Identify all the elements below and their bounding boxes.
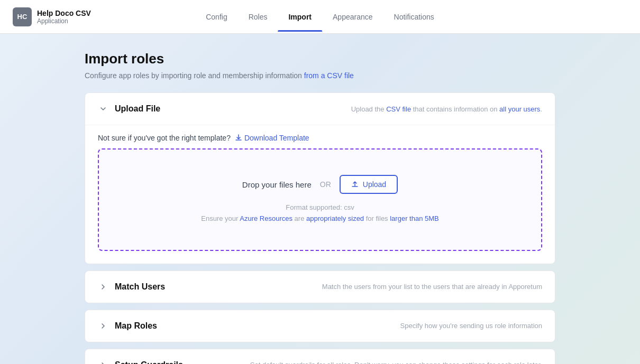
page-title: Import roles <box>85 51 555 67</box>
match-users-description: Match the users from your list to the us… <box>322 283 542 291</box>
download-icon <box>235 134 242 142</box>
nav-appearance[interactable]: Appearance <box>322 2 383 32</box>
match-users-title: Match Users <box>115 282 199 292</box>
app-name: Help Doco CSV <box>37 9 91 17</box>
nav-config[interactable]: Config <box>195 2 237 32</box>
app-subtitle: Application <box>37 17 91 25</box>
upload-icon <box>351 181 359 188</box>
main-nav: Config Roles Import Appearance Notificat… <box>195 2 445 32</box>
sized-highlight: appropriately sized <box>306 214 364 222</box>
template-hint-row: Not sure if you've got the right templat… <box>98 125 542 148</box>
header: HC Help Doco CSV Application Config Role… <box>0 0 640 34</box>
map-roles-section: Map Roles Specify how you're sending us … <box>85 310 555 342</box>
match-users-section: Match Users Match the users from your li… <box>85 270 555 303</box>
upload-button-label: Upload <box>363 180 386 189</box>
chevron-right-icon-2 <box>98 321 108 331</box>
page-subtitle: Configure app roles by importing role an… <box>85 71 555 80</box>
nav-roles[interactable]: Roles <box>238 2 278 32</box>
map-roles-title: Map Roles <box>115 321 199 331</box>
logo-initials: HC <box>17 13 28 21</box>
format-line2: Ensure your Azure Resources are appropri… <box>112 213 528 225</box>
template-hint-text: Not sure if you've got the right templat… <box>98 134 231 142</box>
azure-highlight: Azure Resources <box>240 214 292 222</box>
format-line1: Format supported: csv <box>112 202 528 213</box>
drop-zone[interactable]: Drop your files here OR Upload Format su… <box>98 148 542 251</box>
main-content: Import roles Configure app roles by impo… <box>0 34 640 364</box>
nav-import[interactable]: Import <box>278 2 322 32</box>
match-users-header[interactable]: Match Users Match the users from your li… <box>85 271 555 303</box>
upload-file-section: Upload File Upload the CSV file that con… <box>85 92 555 264</box>
upload-file-header[interactable]: Upload File Upload the CSV file that con… <box>85 93 555 125</box>
drop-text: Drop your files here <box>242 180 312 189</box>
chevron-right-icon <box>98 282 108 292</box>
or-text: OR <box>320 180 331 189</box>
setup-guardrails-title: Setup Guardrails <box>115 360 199 364</box>
app-logo: HC <box>13 7 32 26</box>
upload-file-body: Not sure if you've got the right templat… <box>85 125 555 264</box>
app-info: Help Doco CSV Application <box>37 9 91 25</box>
download-template-link[interactable]: Download Template <box>235 134 309 142</box>
chevron-down-icon <box>98 104 108 114</box>
setup-guardrails-header[interactable]: Setup Guardrails Set default guardrails … <box>85 349 555 364</box>
upload-button[interactable]: Upload <box>340 175 398 194</box>
download-template-label: Download Template <box>244 134 309 142</box>
chevron-right-icon-3 <box>98 360 108 364</box>
upload-file-description: Upload the CSV file that contains inform… <box>351 105 542 113</box>
map-roles-header[interactable]: Map Roles Specify how you're sending us … <box>85 310 555 342</box>
logo-area: HC Help Doco CSV Application <box>13 7 91 26</box>
larger-highlight: larger than 5MB <box>390 214 439 222</box>
subtitle-highlight: from a CSV file <box>304 71 354 80</box>
nav-notifications[interactable]: Notifications <box>383 2 445 32</box>
upload-file-title: Upload File <box>115 104 199 114</box>
setup-guardrails-section: Setup Guardrails Set default guardrails … <box>85 349 555 364</box>
drop-zone-content: Drop your files here OR Upload <box>112 175 528 194</box>
format-info: Format supported: csv Ensure your Azure … <box>112 202 528 225</box>
setup-guardrails-description: Set default guardrails for all roles. Do… <box>250 361 542 364</box>
map-roles-description: Specify how you're sending us role infor… <box>400 322 542 330</box>
